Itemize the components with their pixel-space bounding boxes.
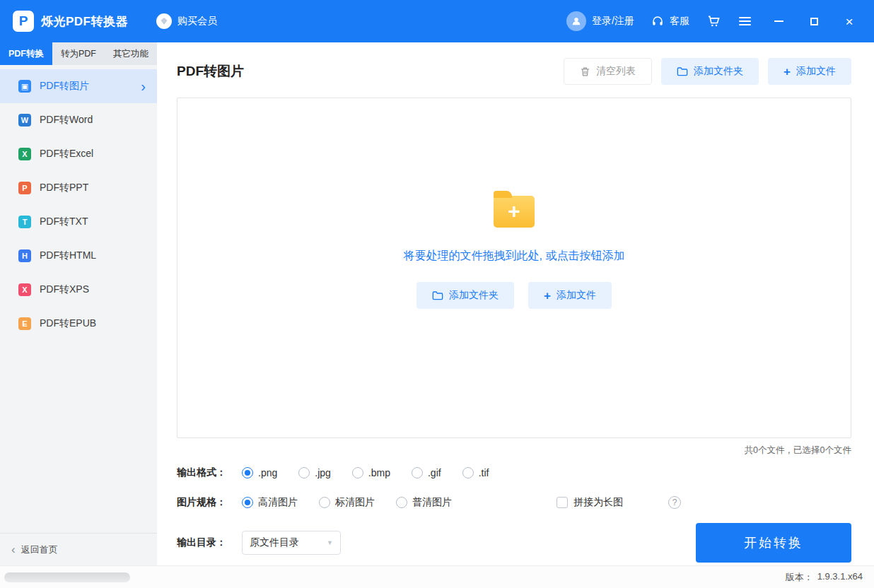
pdf-to-word-icon: W <box>18 114 31 127</box>
sidebar-item-pdf-to-ppt[interactable]: P PDF转PPT <box>0 171 157 205</box>
titlebar-actions: 登录/注册 客服 × <box>566 11 858 31</box>
maximize-button[interactable] <box>805 12 823 30</box>
add-folder-button[interactable]: 添加文件夹 <box>661 58 759 85</box>
plus-icon: + <box>783 66 791 78</box>
buy-vip-button[interactable]: 购买会员 <box>156 13 217 29</box>
progress-bar <box>4 572 130 582</box>
service-button[interactable]: 客服 <box>651 15 689 28</box>
long-image-label: 拼接为长图 <box>573 496 623 509</box>
folder-icon <box>677 66 688 76</box>
sidebar-item-label: PDF转XPS <box>40 283 89 296</box>
format-option-label: .bmp <box>368 467 390 478</box>
sidebar: PDF转换 转为PDF 其它功能 ▣ PDF转图片 › W PDF转Word X… <box>0 42 157 565</box>
format-option-bmp[interactable]: .bmp <box>352 467 390 478</box>
tab-other-functions[interactable]: 其它功能 <box>105 42 157 65</box>
sidebar-item-label: PDF转Word <box>40 114 93 127</box>
sidebar-item-pdf-to-image[interactable]: ▣ PDF转图片 › <box>0 69 157 103</box>
caret-down-icon: ▼ <box>327 539 333 546</box>
add-file-label: 添加文件 <box>796 65 836 78</box>
tab-pdf-convert[interactable]: PDF转换 <box>0 42 52 65</box>
help-icon[interactable]: ? <box>668 496 681 509</box>
sidebar-item-label: PDF转图片 <box>40 80 89 93</box>
add-folder-big-icon: + <box>494 196 535 228</box>
plus-icon: + <box>544 290 551 302</box>
clear-list-button[interactable]: 清空列表 <box>564 58 652 85</box>
dropzone-buttons: 添加文件夹 + 添加文件 <box>416 282 612 309</box>
start-convert-button[interactable]: 开始转换 <box>696 523 851 563</box>
sidebar-item-label: PDF转Excel <box>40 148 93 160</box>
dropzone-add-file-label: 添加文件 <box>557 289 596 302</box>
format-option-gif[interactable]: .gif <box>412 467 441 478</box>
format-option-label: .gif <box>428 467 441 478</box>
close-button[interactable]: × <box>840 12 858 30</box>
dropzone-hint: 将要处理的文件拖拽到此处, 或点击按钮添加 <box>404 249 625 264</box>
image-spec-label: 图片规格： <box>177 496 242 509</box>
format-option-jpg[interactable]: .jpg <box>298 467 331 478</box>
dropzone-add-folder-label: 添加文件夹 <box>449 289 499 302</box>
radio-icon <box>412 467 423 478</box>
chevron-right-icon: › <box>141 79 146 93</box>
plus-icon: + <box>508 201 520 222</box>
dropzone-add-folder-button[interactable]: 添加文件夹 <box>416 282 514 309</box>
login-label: 登录/注册 <box>592 15 634 28</box>
minimize-button[interactable] <box>769 12 788 30</box>
dropzone-add-file-button[interactable]: + 添加文件 <box>528 282 612 309</box>
sidebar-tabs: PDF转换 转为PDF 其它功能 <box>0 42 157 65</box>
spec-option-hd[interactable]: 高清图片 <box>242 496 298 509</box>
spec-option-label: 标清图片 <box>335 496 375 509</box>
file-count-text: 共0个文件，已选择0个文件 <box>745 445 851 457</box>
back-home-button[interactable]: ‹ 返回首页 <box>0 533 157 565</box>
sidebar-item-pdf-to-txt[interactable]: T PDF转TXT <box>0 205 157 239</box>
chevron-left-icon: ‹ <box>11 543 16 555</box>
output-format-label: 输出格式： <box>177 466 242 479</box>
radio-icon <box>352 467 363 478</box>
cart-icon[interactable] <box>706 14 721 28</box>
radio-icon <box>319 497 330 508</box>
login-button[interactable]: 登录/注册 <box>566 11 634 31</box>
sidebar-item-pdf-to-word[interactable]: W PDF转Word <box>0 103 157 137</box>
format-option-png[interactable]: .png <box>242 467 277 478</box>
tab-to-pdf[interactable]: 转为PDF <box>52 42 105 65</box>
output-dir-value: 原文件目录 <box>250 536 299 549</box>
sidebar-item-pdf-to-xps[interactable]: X PDF转XPS <box>0 273 157 307</box>
app-window: P 烁光PDF转换器 购买会员 登录/注册 客服 <box>0 0 874 588</box>
sidebar-item-pdf-to-html[interactable]: H PDF转HTML <box>0 239 157 273</box>
version-text: 版本： 1.9.3.1.x64 <box>786 571 863 584</box>
pdf-to-image-icon: ▣ <box>18 80 31 93</box>
add-file-button[interactable]: + 添加文件 <box>768 58 851 85</box>
spec-option-sd[interactable]: 标清图片 <box>319 496 375 509</box>
sidebar-item-label: PDF转HTML <box>40 249 96 262</box>
radio-checked-icon <box>242 497 253 508</box>
sidebar-item-pdf-to-excel[interactable]: X PDF转Excel <box>0 137 157 171</box>
format-option-label: .tif <box>479 467 489 478</box>
back-home-label: 返回首页 <box>21 543 58 556</box>
headset-icon <box>651 15 664 28</box>
app-title: 烁光PDF转换器 <box>41 13 128 30</box>
body: PDF转换 转为PDF 其它功能 ▣ PDF转图片 › W PDF转Word X… <box>0 42 874 565</box>
sidebar-menu: ▣ PDF转图片 › W PDF转Word X PDF转Excel P PDF转… <box>0 65 157 341</box>
main-header: PDF转图片 清空列表 添加文件夹 <box>177 58 851 85</box>
sidebar-item-pdf-to-epub[interactable]: E PDF转EPUB <box>0 307 157 341</box>
toolbar: 清空列表 添加文件夹 + 添加文件 <box>564 58 851 85</box>
pdf-to-txt-icon: T <box>18 216 31 228</box>
format-option-tif[interactable]: .tif <box>462 467 489 478</box>
spec-option-normal[interactable]: 普清图片 <box>396 496 452 509</box>
menu-icon[interactable] <box>738 14 752 28</box>
radio-icon <box>396 497 407 508</box>
output-dir-select[interactable]: 原文件目录 ▼ <box>242 531 341 555</box>
pdf-to-ppt-icon: P <box>18 182 31 194</box>
file-dropzone[interactable]: + 将要处理的文件拖拽到此处, 或点击按钮添加 添加文件夹 + 添加文件 <box>177 98 851 438</box>
dropzone-content: + 将要处理的文件拖拽到此处, 或点击按钮添加 添加文件夹 + 添加文件 <box>404 196 625 309</box>
main-content: PDF转图片 清空列表 添加文件夹 <box>157 42 874 565</box>
page-title: PDF转图片 <box>177 62 244 81</box>
checkbox-icon <box>557 497 568 508</box>
pdf-to-excel-icon: X <box>18 148 31 160</box>
format-option-label: .png <box>258 467 277 478</box>
long-image-checkbox[interactable]: 拼接为长图 <box>557 496 623 509</box>
pdf-to-epub-icon: E <box>18 317 31 330</box>
sidebar-item-label: PDF转PPT <box>40 182 88 194</box>
pdf-to-xps-icon: X <box>18 283 31 296</box>
sidebar-item-label: PDF转EPUB <box>40 317 96 330</box>
spec-option-label: 普清图片 <box>412 496 452 509</box>
app-logo-icon: P <box>13 11 34 32</box>
